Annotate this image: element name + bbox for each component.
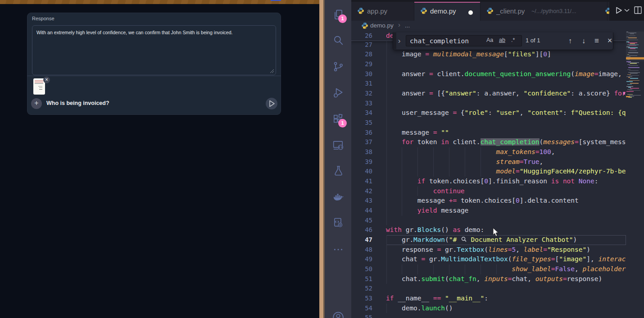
code-text: model="HuggingFaceH4/zephyr-7b-beta") [386, 167, 641, 177]
response-textarea[interactable]: With an extremely high level of confiden… [32, 25, 276, 75]
code-line: 49 chat = gr.MultimodalTextbox(file_type… [351, 254, 644, 264]
attachment-remove-button[interactable]: × [43, 77, 50, 83]
minimap-line [629, 36, 635, 36]
code-line: 38 max_tokens=100, [351, 147, 644, 157]
minimap-line [630, 63, 637, 64]
line-number: 52 [351, 284, 372, 294]
line-number: 55 [351, 313, 372, 318]
code-line: 45 [351, 216, 644, 226]
response-text: With an extremely high level of confiden… [36, 29, 266, 36]
line-number: 50 [351, 264, 372, 274]
run-dropdown-chevron-icon[interactable] [624, 9, 630, 12]
modified-dot-icon[interactable] [468, 10, 473, 15]
code-line: 28 image = multimodal_message["files"][0… [351, 50, 644, 59]
whole-word-icon[interactable]: ab [499, 37, 505, 43]
code-text: answer = client.document_question_answer… [386, 69, 644, 79]
activity-source-control-icon[interactable] [330, 58, 347, 75]
line-number: 36 [351, 128, 372, 138]
match-case-icon[interactable]: Aa [486, 37, 493, 43]
activity-remote-explorer-icon[interactable] [330, 136, 347, 154]
breadcrumb-chevron-icon: › [398, 21, 400, 28]
code-text: continue [386, 186, 465, 196]
line-number: 51 [351, 274, 372, 284]
code-line: 42 continue [351, 186, 644, 196]
editor-actions [609, 0, 644, 21]
line-number: 40 [351, 167, 372, 177]
python-file-icon [361, 22, 368, 29]
code-text: chat = gr.MultimodalTextbox(file_types=[… [386, 254, 644, 264]
activity-run-debug-icon[interactable] [330, 84, 347, 101]
code-line: 37 for token in client.chat_completion(m… [351, 137, 644, 147]
find-close-button[interactable]: × [604, 34, 616, 47]
editor-tabs: app.py demo.py _client.py ~/.../python3.… [351, 0, 644, 21]
activity-bar: 11 [325, 0, 351, 318]
screen: Response With an extremely high level of… [0, 0, 644, 318]
find-widget: › chat_completion Aa ab .* 1 of 1 ↑ ↓ ≡ … [393, 32, 613, 50]
activity-docker-icon[interactable] [330, 189, 347, 206]
tab-client-py[interactable]: _client.py ~/.../python3.11/... [481, 2, 607, 21]
breadcrumb-symbol[interactable]: ... [405, 22, 410, 29]
activity-testing-icon[interactable] [330, 162, 347, 179]
code-editor[interactable]: 27 question = multimodal_message["text"]… [351, 30, 644, 318]
code-text: user_message = {"role": "user", "content… [386, 108, 644, 118]
code-line: 50 show_label=False, placeholder="Ask a … [351, 264, 644, 274]
tab-label: demo.py [430, 7, 456, 15]
code-text: message = "" [386, 128, 449, 138]
code-line: 52 [351, 284, 644, 294]
line-number: 46 [351, 225, 372, 235]
line-number: 35 [351, 118, 372, 128]
activity-more-icon[interactable] [330, 241, 347, 258]
tab-label: app.py [367, 7, 387, 15]
code-line: 43 message += token.choices[0].delta.con… [351, 196, 644, 206]
find-in-selection-button[interactable]: ≡ [591, 34, 603, 47]
find-results-count: 1 of 1 [526, 37, 540, 44]
chat-input[interactable]: Who is being invoiced? [46, 100, 109, 106]
regex-icon[interactable]: .* [511, 37, 515, 43]
activity-search-icon[interactable] [330, 32, 347, 49]
line-number: 43 [351, 196, 372, 206]
split-editor-button[interactable] [634, 6, 642, 14]
add-attachment-button[interactable]: + [31, 98, 42, 109]
line-number: 54 [351, 304, 372, 313]
send-button[interactable] [266, 98, 277, 109]
find-collapse-chevron[interactable]: › [395, 32, 403, 49]
python-file-icon [357, 7, 364, 14]
minimap-line [629, 45, 636, 46]
code-line: 54 demo.launch() [351, 304, 644, 313]
minimap[interactable] [626, 30, 644, 318]
line-number: 27 [351, 40, 372, 50]
textarea-resize-handle[interactable] [270, 69, 274, 73]
activity-badge: 1 [338, 14, 347, 23]
tab-demo-py[interactable]: demo.py [414, 2, 480, 21]
find-next-button[interactable]: ↓ [578, 34, 590, 47]
code-text: demo.launch() [386, 304, 453, 313]
activity-account-icon[interactable] [330, 308, 347, 318]
run-button[interactable] [614, 6, 623, 15]
code-line: 34 user_message = {"role": "user", "cont… [351, 108, 644, 118]
minimap-line [627, 40, 638, 41]
code-text: show_label=False, placeholder="Ask a que… [386, 264, 644, 274]
tab-label: _client.py [496, 7, 525, 15]
line-number: 47 [351, 235, 372, 245]
line-number: 29 [351, 59, 372, 69]
line-number: 30 [351, 69, 372, 79]
code-line: 53if __name__ == "__main__": [351, 294, 644, 304]
line-number: 42 [351, 186, 372, 196]
minimap-line [630, 73, 638, 74]
breadcrumb[interactable]: demo.py › ... [351, 21, 644, 30]
find-input[interactable]: chat_completion Aa ab .* [406, 35, 522, 46]
line-number: 48 [351, 245, 372, 255]
window-divider[interactable] [319, 0, 325, 318]
activity-task-runner-icon[interactable] [330, 214, 347, 231]
code-line: 40 model="HuggingFaceH4/zephyr-7b-beta") [351, 167, 644, 177]
line-number: 31 [351, 79, 372, 89]
line-number: 45 [351, 216, 372, 226]
find-previous-button[interactable]: ↑ [564, 34, 576, 47]
line-number: 38 [351, 147, 372, 157]
code-line: 33 [351, 99, 644, 109]
line-number: 33 [351, 99, 372, 109]
code-line: 55 [351, 313, 644, 318]
breadcrumb-file[interactable]: demo.py [370, 22, 394, 29]
browser-topbar-accent [271, 0, 281, 1]
tab-app-py[interactable]: app.py [351, 2, 414, 21]
